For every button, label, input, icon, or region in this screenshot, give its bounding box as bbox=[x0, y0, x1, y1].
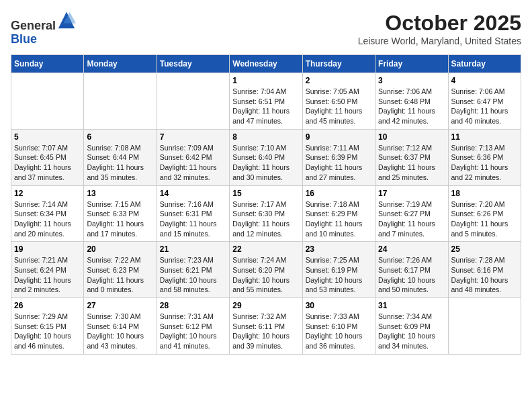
day-number: 4 bbox=[451, 76, 518, 85]
calendar-cell: 8Sunrise: 7:10 AM Sunset: 6:40 PM Daylig… bbox=[230, 129, 302, 185]
day-number: 1 bbox=[232, 76, 299, 85]
weekday-header-sunday: Sunday bbox=[11, 55, 84, 73]
day-info: Sunrise: 7:19 AM Sunset: 6:27 PM Dayligh… bbox=[378, 199, 445, 239]
calendar-cell: 13Sunrise: 7:15 AM Sunset: 6:33 PM Dayli… bbox=[84, 185, 157, 242]
day-number: 13 bbox=[87, 189, 153, 198]
calendar-cell: 19Sunrise: 7:21 AM Sunset: 6:24 PM Dayli… bbox=[11, 242, 84, 298]
day-info: Sunrise: 7:06 AM Sunset: 6:48 PM Dayligh… bbox=[378, 87, 445, 126]
calendar-week-row: 26Sunrise: 7:29 AM Sunset: 6:15 PM Dayli… bbox=[11, 298, 521, 355]
day-number: 19 bbox=[14, 244, 81, 254]
day-number: 18 bbox=[451, 189, 518, 198]
calendar-cell: 18Sunrise: 7:20 AM Sunset: 6:26 PM Dayli… bbox=[448, 185, 521, 242]
day-number: 10 bbox=[378, 132, 445, 142]
calendar-cell: 26Sunrise: 7:29 AM Sunset: 6:15 PM Dayli… bbox=[11, 298, 84, 355]
day-number: 16 bbox=[306, 189, 372, 198]
day-info: Sunrise: 7:34 AM Sunset: 6:09 PM Dayligh… bbox=[378, 312, 445, 351]
calendar-cell: 16Sunrise: 7:18 AM Sunset: 6:29 PM Dayli… bbox=[302, 185, 375, 242]
weekday-header-wednesday: Wednesday bbox=[230, 55, 302, 73]
day-number: 30 bbox=[306, 301, 372, 310]
calendar-cell: 23Sunrise: 7:25 AM Sunset: 6:19 PM Dayli… bbox=[302, 242, 375, 298]
calendar-cell: 15Sunrise: 7:17 AM Sunset: 6:30 PM Dayli… bbox=[230, 185, 302, 242]
day-number: 2 bbox=[306, 76, 372, 85]
calendar-week-row: 1Sunrise: 7:04 AM Sunset: 6:51 PM Daylig… bbox=[11, 73, 521, 130]
day-info: Sunrise: 7:14 AM Sunset: 6:34 PM Dayligh… bbox=[14, 199, 81, 239]
day-number: 27 bbox=[87, 301, 153, 310]
day-info: Sunrise: 7:16 AM Sunset: 6:31 PM Dayligh… bbox=[160, 199, 226, 239]
calendar-cell: 5Sunrise: 7:07 AM Sunset: 6:45 PM Daylig… bbox=[11, 129, 84, 185]
calendar-table: SundayMondayTuesdayWednesdayThursdayFrid… bbox=[11, 54, 521, 355]
day-number: 17 bbox=[378, 189, 445, 198]
day-number: 9 bbox=[306, 132, 372, 142]
day-number: 11 bbox=[451, 132, 518, 142]
day-number: 31 bbox=[378, 301, 445, 310]
day-info: Sunrise: 7:23 AM Sunset: 6:21 PM Dayligh… bbox=[160, 255, 226, 295]
day-info: Sunrise: 7:10 AM Sunset: 6:40 PM Dayligh… bbox=[232, 143, 299, 183]
logo-icon bbox=[57, 11, 76, 30]
calendar-cell bbox=[11, 73, 84, 130]
day-info: Sunrise: 7:32 AM Sunset: 6:11 PM Dayligh… bbox=[232, 312, 299, 351]
day-info: Sunrise: 7:24 AM Sunset: 6:20 PM Dayligh… bbox=[232, 255, 299, 295]
calendar-week-row: 5Sunrise: 7:07 AM Sunset: 6:45 PM Daylig… bbox=[11, 129, 521, 185]
day-info: Sunrise: 7:13 AM Sunset: 6:36 PM Dayligh… bbox=[451, 143, 518, 183]
day-info: Sunrise: 7:07 AM Sunset: 6:45 PM Dayligh… bbox=[14, 143, 81, 183]
day-info: Sunrise: 7:28 AM Sunset: 6:16 PM Dayligh… bbox=[451, 255, 518, 295]
calendar-cell bbox=[84, 73, 157, 130]
day-info: Sunrise: 7:21 AM Sunset: 6:24 PM Dayligh… bbox=[14, 255, 81, 295]
day-number: 12 bbox=[14, 189, 81, 198]
day-number: 6 bbox=[87, 132, 153, 142]
day-info: Sunrise: 7:33 AM Sunset: 6:10 PM Dayligh… bbox=[306, 312, 372, 351]
month-title: October 2025 bbox=[358, 11, 521, 36]
day-info: Sunrise: 7:15 AM Sunset: 6:33 PM Dayligh… bbox=[87, 199, 153, 239]
calendar-cell: 12Sunrise: 7:14 AM Sunset: 6:34 PM Dayli… bbox=[11, 185, 84, 242]
calendar-cell: 30Sunrise: 7:33 AM Sunset: 6:10 PM Dayli… bbox=[302, 298, 375, 355]
calendar-cell: 28Sunrise: 7:31 AM Sunset: 6:12 PM Dayli… bbox=[157, 298, 229, 355]
weekday-header-tuesday: Tuesday bbox=[157, 55, 229, 73]
day-number: 22 bbox=[232, 244, 299, 254]
calendar-cell: 27Sunrise: 7:30 AM Sunset: 6:14 PM Dayli… bbox=[84, 298, 157, 355]
day-number: 29 bbox=[232, 301, 299, 310]
day-info: Sunrise: 7:22 AM Sunset: 6:23 PM Dayligh… bbox=[87, 255, 153, 295]
day-number: 21 bbox=[160, 244, 226, 254]
calendar-cell: 6Sunrise: 7:08 AM Sunset: 6:44 PM Daylig… bbox=[84, 129, 157, 185]
day-info: Sunrise: 7:25 AM Sunset: 6:19 PM Dayligh… bbox=[306, 255, 372, 295]
day-number: 15 bbox=[232, 189, 299, 198]
calendar-cell: 7Sunrise: 7:09 AM Sunset: 6:42 PM Daylig… bbox=[157, 129, 229, 185]
day-info: Sunrise: 7:29 AM Sunset: 6:15 PM Dayligh… bbox=[14, 312, 81, 351]
page-header: General Blue October 2025 Leisure World,… bbox=[11, 11, 521, 46]
calendar-cell: 10Sunrise: 7:12 AM Sunset: 6:37 PM Dayli… bbox=[375, 129, 448, 185]
calendar-cell: 14Sunrise: 7:16 AM Sunset: 6:31 PM Dayli… bbox=[157, 185, 229, 242]
day-info: Sunrise: 7:31 AM Sunset: 6:12 PM Dayligh… bbox=[160, 312, 226, 351]
calendar-week-row: 19Sunrise: 7:21 AM Sunset: 6:24 PM Dayli… bbox=[11, 242, 521, 298]
day-info: Sunrise: 7:12 AM Sunset: 6:37 PM Dayligh… bbox=[378, 143, 445, 183]
calendar-cell: 3Sunrise: 7:06 AM Sunset: 6:48 PM Daylig… bbox=[375, 73, 448, 130]
day-info: Sunrise: 7:04 AM Sunset: 6:51 PM Dayligh… bbox=[232, 87, 299, 126]
day-number: 25 bbox=[451, 244, 518, 254]
calendar-cell: 24Sunrise: 7:26 AM Sunset: 6:17 PM Dayli… bbox=[375, 242, 448, 298]
calendar-cell: 2Sunrise: 7:05 AM Sunset: 6:50 PM Daylig… bbox=[302, 73, 375, 130]
weekday-header-row: SundayMondayTuesdayWednesdayThursdayFrid… bbox=[11, 55, 521, 73]
calendar-cell: 4Sunrise: 7:06 AM Sunset: 6:47 PM Daylig… bbox=[448, 73, 521, 130]
day-number: 28 bbox=[160, 301, 226, 310]
calendar-cell: 22Sunrise: 7:24 AM Sunset: 6:20 PM Dayli… bbox=[230, 242, 302, 298]
day-number: 26 bbox=[14, 301, 81, 310]
day-number: 5 bbox=[14, 132, 81, 142]
weekday-header-friday: Friday bbox=[375, 55, 448, 73]
calendar-cell: 17Sunrise: 7:19 AM Sunset: 6:27 PM Dayli… bbox=[375, 185, 448, 242]
day-info: Sunrise: 7:18 AM Sunset: 6:29 PM Dayligh… bbox=[306, 199, 372, 239]
calendar-cell: 31Sunrise: 7:34 AM Sunset: 6:09 PM Dayli… bbox=[375, 298, 448, 355]
location-title: Leisure World, Maryland, United States bbox=[358, 36, 521, 46]
calendar-cell bbox=[448, 298, 521, 355]
day-info: Sunrise: 7:06 AM Sunset: 6:47 PM Dayligh… bbox=[451, 87, 518, 126]
day-number: 24 bbox=[378, 244, 445, 254]
calendar-week-row: 12Sunrise: 7:14 AM Sunset: 6:34 PM Dayli… bbox=[11, 185, 521, 242]
day-number: 3 bbox=[378, 76, 445, 85]
calendar-cell: 21Sunrise: 7:23 AM Sunset: 6:21 PM Dayli… bbox=[157, 242, 229, 298]
title-block: October 2025 Leisure World, Maryland, Un… bbox=[358, 11, 521, 46]
calendar-cell: 1Sunrise: 7:04 AM Sunset: 6:51 PM Daylig… bbox=[230, 73, 302, 130]
day-info: Sunrise: 7:30 AM Sunset: 6:14 PM Dayligh… bbox=[87, 312, 153, 351]
logo: General Blue bbox=[11, 11, 76, 46]
weekday-header-monday: Monday bbox=[84, 55, 157, 73]
day-number: 8 bbox=[232, 132, 299, 142]
day-info: Sunrise: 7:20 AM Sunset: 6:26 PM Dayligh… bbox=[451, 199, 518, 239]
day-info: Sunrise: 7:11 AM Sunset: 6:39 PM Dayligh… bbox=[306, 143, 372, 183]
